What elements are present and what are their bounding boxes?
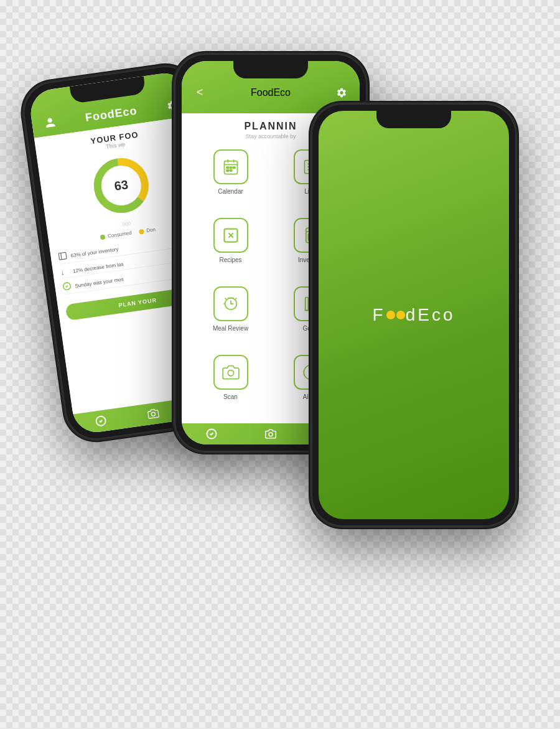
calendar-label: Calendar [218,188,243,195]
splash-screen: F dEco [319,111,509,519]
recipes-label: Recipes [219,256,241,263]
svg-rect-38 [305,297,308,310]
user-icon[interactable] [41,113,59,131]
nav-check-icon[interactable] [95,415,107,427]
phones-container: FoodEco YOUR FOO This we [25,22,535,707]
svg-line-4 [61,253,62,259]
check-icon [62,281,72,293]
menu-item-calendar[interactable]: Calendar [194,149,267,210]
logo-rest: dEco [406,305,455,325]
legend-consumed: Consumed [108,230,133,238]
logo-dot-1 [386,311,395,319]
notch-2 [233,61,308,78]
recipes-icon-box [213,218,248,253]
svg-line-36 [235,298,236,299]
svg-rect-3 [58,252,67,260]
svg-rect-17 [233,167,235,168]
svg-line-35 [225,298,226,299]
svg-rect-15 [226,167,229,168]
stat-sunday-text: Sunday was your mos [75,276,124,289]
settings-icon-2[interactable] [334,85,350,101]
meal-review-icon-box [213,286,248,321]
phone-splash: F dEco [311,103,516,527]
nav-camera-icon[interactable] [147,407,159,420]
svg-point-42 [228,370,233,375]
menu-item-scan[interactable]: Scan [194,355,267,416]
stat-inventory-text: 63% of your inventory [70,246,119,258]
meal-review-label: Meal Review [213,325,248,332]
menu-item-meal-review[interactable]: Meal Review [194,286,267,347]
svg-rect-19 [230,169,232,171]
splash-logo: F dEco [373,305,455,325]
notch-3 [376,111,451,128]
svg-point-47 [269,432,273,436]
decrease-icon: ↓ [60,267,70,277]
logo-f: F [373,305,386,325]
menu-item-recipes[interactable]: Recipes [194,218,267,279]
logo-dot-2 [396,311,405,319]
nav-check-icon-2[interactable] [206,428,217,440]
svg-point-7 [151,412,156,416]
phone-3-screen: F dEco [319,111,509,519]
scan-label: Scan [223,393,238,400]
phone1-app-title: FoodEco [85,103,138,123]
donut-value: 63 [113,177,129,194]
phone2-app-title: FoodEco [251,87,291,98]
svg-rect-16 [230,167,232,168]
inventory-icon [58,251,68,263]
back-icon[interactable]: < [192,85,208,101]
calendar-icon-box [213,149,248,184]
legend-donated: Don [146,227,156,233]
stat-decrease-text: 12% decrease from las [73,261,124,273]
nav-camera-icon-2[interactable] [265,428,276,440]
scan-icon-box [213,355,248,390]
svg-rect-18 [226,169,229,171]
